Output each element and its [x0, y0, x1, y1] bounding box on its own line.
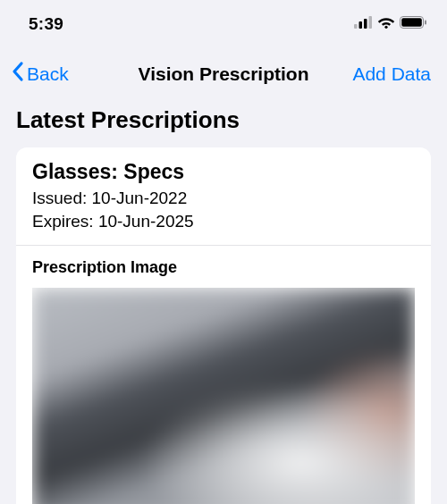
prescription-image-label: Prescription Image: [32, 258, 415, 277]
prescription-image: [32, 288, 415, 504]
battery-icon: [400, 16, 427, 32]
prescription-header: Glasses: Specs Issued: 10-Jun-2022 Expir…: [16, 147, 431, 246]
svg-rect-2: [364, 19, 367, 29]
main-content: Latest Prescriptions Glasses: Specs Issu…: [0, 97, 447, 504]
status-time: 5:39: [29, 14, 63, 34]
expires-date: Expires: 10-Jun-2025: [32, 210, 415, 233]
svg-rect-6: [401, 18, 422, 27]
add-data-button[interactable]: Add Data: [352, 63, 431, 85]
svg-rect-0: [354, 24, 358, 29]
navigation-bar: Back Vision Prescription Add Data: [0, 45, 447, 97]
cellular-icon: [354, 16, 373, 32]
svg-point-4: [384, 26, 387, 29]
prescription-image-container[interactable]: [32, 288, 415, 504]
prescription-title: Glasses: Specs: [32, 160, 415, 184]
svg-rect-1: [359, 21, 363, 29]
wifi-icon: [377, 16, 395, 32]
chevron-left-icon: [11, 61, 25, 87]
svg-rect-7: [425, 21, 426, 25]
page-title: Vision Prescription: [139, 63, 309, 85]
back-button[interactable]: Back: [11, 61, 69, 87]
status-icons: [354, 16, 427, 32]
prescription-card[interactable]: Glasses: Specs Issued: 10-Jun-2022 Expir…: [16, 147, 431, 504]
prescription-image-section: Prescription Image: [16, 246, 431, 504]
section-header: Latest Prescriptions: [16, 106, 431, 134]
back-label: Back: [27, 63, 69, 85]
svg-rect-3: [369, 16, 373, 29]
status-bar: 5:39: [0, 0, 447, 45]
issued-date: Issued: 10-Jun-2022: [32, 187, 415, 210]
